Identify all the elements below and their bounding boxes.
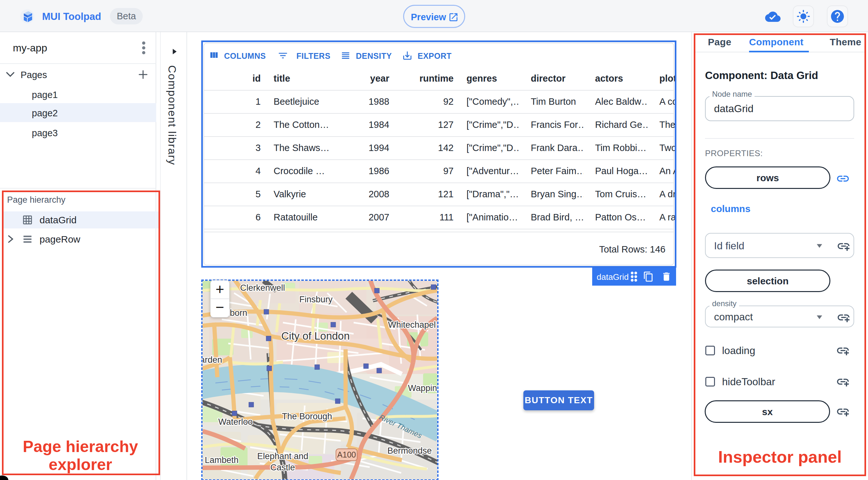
svg-text:Clerkenwell: Clerkenwell — [240, 283, 285, 293]
svg-text:A100: A100 — [337, 450, 356, 459]
svg-text:arden: arden — [203, 355, 222, 365]
svg-text:Finsbury: Finsbury — [299, 295, 333, 304]
svg-text:Whitechapel: Whitechapel — [388, 320, 436, 330]
svg-text:City of London: City of London — [281, 330, 350, 342]
svg-text:Lambeth: Lambeth — [205, 455, 239, 465]
svg-text:Elephant and: Elephant and — [257, 451, 308, 461]
svg-text:Castle: Castle — [270, 462, 295, 472]
svg-text:Wapping: Wapping — [408, 383, 437, 393]
svg-text:born: born — [230, 308, 247, 318]
svg-text:Bermondse: Bermondse — [388, 446, 432, 456]
svg-text:Waterloo: Waterloo — [218, 417, 253, 427]
svg-text:The Borough: The Borough — [282, 412, 332, 421]
